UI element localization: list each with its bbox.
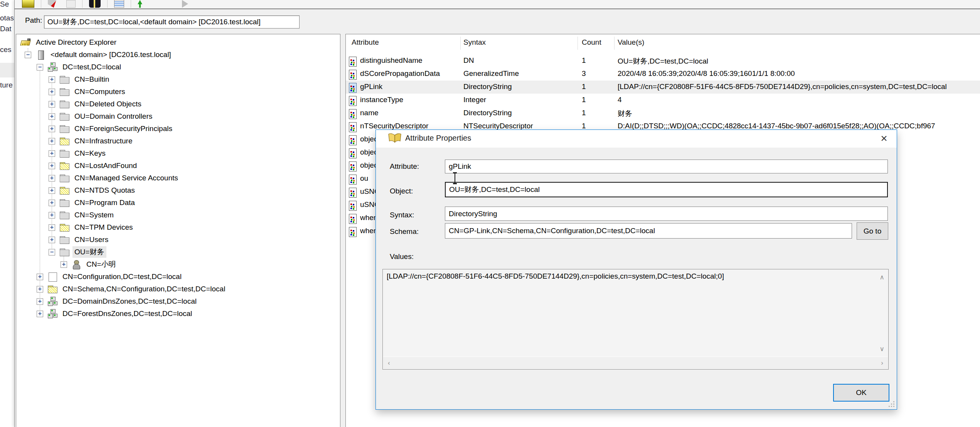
tree-item[interactable]: −<default domain> [DC2016.test.local]: [17, 49, 339, 61]
forward-icon[interactable]: [182, 0, 188, 8]
attribute-field[interactable]: gPLink: [445, 160, 888, 173]
column-header-values[interactable]: Value(s): [618, 38, 644, 47]
scroll-down-icon[interactable]: ∨: [880, 346, 884, 352]
tree-item[interactable]: +CN=Program Data: [17, 197, 339, 209]
binoculars-icon[interactable]: [89, 0, 101, 8]
horizontal-scrollbar[interactable]: ‹ ›: [383, 356, 888, 369]
tree-item[interactable]: +CN=TPM Devices: [17, 221, 339, 234]
column-separator[interactable]: [578, 37, 578, 50]
tree-item[interactable]: +CN=Computers: [17, 86, 339, 98]
expand-icon[interactable]: +: [49, 126, 55, 132]
tree-item[interactable]: +CN=Deleted Objects: [17, 98, 339, 110]
tree-item[interactable]: +DC=ForestDnsZones,DC=test,DC=local: [17, 308, 339, 320]
collapse-icon[interactable]: −: [37, 64, 43, 71]
page-icon[interactable]: [66, 0, 76, 8]
expand-icon[interactable]: +: [49, 212, 55, 219]
collapse-icon[interactable]: −: [49, 249, 55, 256]
collapse-icon[interactable]: −: [25, 52, 31, 58]
attribute-row[interactable]: gPLinkDirectoryString1[LDAP://cn={CF2080…: [346, 81, 980, 94]
tree-item[interactable]: +CN=Infrastructure: [17, 135, 339, 147]
values-box[interactable]: [LDAP://cn={CF20808F-51F6-44C5-8FD5-750D…: [382, 269, 889, 370]
column-header-syntax[interactable]: Syntax: [463, 38, 486, 47]
scroll-up-icon[interactable]: ∧: [880, 274, 884, 281]
path-bar: Path: OU=财务,DC=test,DC=local,<default do…: [15, 9, 980, 34]
scroll-right-icon[interactable]: ›: [881, 360, 883, 366]
syntax-field[interactable]: DirectoryString: [445, 207, 888, 221]
cell-values: [LDAP://cn={CF20808F-51F6-44C5-8FD5-750D…: [618, 82, 980, 91]
ok-button[interactable]: OK: [833, 384, 889, 402]
resize-grip-icon[interactable]: [889, 401, 895, 407]
tree-item-label: DC=DomainDnsZones,DC=test,DC=local: [61, 296, 199, 306]
expand-icon[interactable]: +: [37, 274, 43, 280]
tree-item[interactable]: +CN=小明: [17, 258, 339, 271]
toolbar-separator: [41, 0, 41, 8]
tree-item-label: OU=财务: [72, 246, 106, 258]
path-input[interactable]: OU=财务,DC=test,DC=local,<default domain> …: [44, 15, 300, 29]
tree-item[interactable]: +CN=LostAndFound: [17, 160, 339, 172]
expand-icon[interactable]: +: [49, 237, 55, 243]
text-cursor-icon: [452, 172, 458, 184]
tree-item[interactable]: +CN=Builtin: [17, 73, 339, 86]
close-icon[interactable]: ×: [878, 131, 890, 146]
expand-icon[interactable]: +: [49, 224, 55, 231]
object-field[interactable]: OU=财务,DC=test,DC=local: [445, 182, 888, 197]
expand-icon[interactable]: +: [37, 286, 43, 293]
attribute-row[interactable]: instanceTypeInteger14: [346, 94, 980, 107]
tree-item[interactable]: +DC=DomainDnsZones,DC=test,DC=local: [17, 295, 339, 308]
column-separator[interactable]: [614, 37, 615, 50]
column-header-count[interactable]: Count: [582, 38, 601, 47]
tree-item[interactable]: +CN=Configuration,DC=test,DC=local: [17, 271, 339, 283]
tree-item[interactable]: −DC=test,DC=local: [17, 61, 339, 73]
tree-item[interactable]: +CN=Users: [17, 234, 339, 246]
expand-icon[interactable]: +: [49, 101, 55, 108]
attribute-page-icon: [348, 109, 357, 119]
expand-icon[interactable]: +: [61, 261, 67, 268]
expand-icon[interactable]: +: [49, 113, 55, 120]
attribute-row[interactable]: nameDirectoryString1财务: [346, 107, 980, 120]
attribute-page-icon: [348, 69, 357, 79]
go-to-button[interactable]: Go to: [857, 222, 888, 240]
tree-item-label: DC=test,DC=local: [61, 62, 123, 72]
toolbar-separator: [82, 0, 83, 8]
tree-item[interactable]: +CN=Managed Service Accounts: [17, 172, 339, 184]
attribute-page-icon: [348, 214, 357, 224]
scroll-left-icon[interactable]: ‹: [388, 360, 390, 366]
tree-item-label: CN=Users: [72, 235, 110, 245]
attribute-row[interactable]: distinguishedNameDN1OU=财务,DC=test,DC=loc…: [346, 54, 980, 67]
tree-item[interactable]: +OU=Domain Controllers: [17, 110, 339, 123]
expand-icon[interactable]: +: [49, 187, 55, 194]
schema-field-label: Schema:: [390, 227, 419, 236]
tree-item[interactable]: −OU=财务: [17, 246, 339, 258]
expand-icon[interactable]: +: [49, 89, 55, 95]
back-icon[interactable]: [138, 0, 142, 8]
tree-item[interactable]: +CN=Keys: [17, 147, 339, 160]
open-folder-icon[interactable]: [22, 0, 34, 8]
background-text-fragment: ture: [0, 81, 13, 89]
expand-icon[interactable]: +: [37, 298, 43, 305]
expand-icon[interactable]: +: [37, 311, 43, 317]
column-separator[interactable]: [460, 37, 461, 50]
folder-gray-icon: [59, 235, 69, 244]
column-header-attribute[interactable]: Attribute: [352, 38, 379, 47]
cell-values: D:AI(D;;DTSD;;;WD)(OA;;CCDC;4828cc14-143…: [618, 122, 980, 130]
tree-item[interactable]: +CN=System: [17, 209, 339, 221]
tree-item[interactable]: +CN=NTDS Quotas: [17, 184, 339, 197]
schema-field[interactable]: CN=GP-Link,CN=Schema,CN=Configuration,DC…: [445, 223, 852, 239]
tree-item-label: CN=Builtin: [72, 74, 111, 84]
pin-icon[interactable]: [48, 0, 56, 8]
list-icon[interactable]: [114, 0, 124, 8]
tree-item-label: CN=Deleted Objects: [72, 99, 143, 109]
tree-item[interactable]: Active Directory Explorer: [17, 36, 339, 49]
cell-attribute: dSCorePropagationData: [360, 69, 461, 78]
expand-icon[interactable]: +: [49, 138, 55, 145]
tree-item[interactable]: +CN=Schema,CN=Configuration,DC=test,DC=l…: [17, 283, 339, 295]
background-text-fragment: Dat: [0, 25, 12, 33]
expand-icon[interactable]: +: [49, 175, 55, 182]
attribute-row[interactable]: dSCorePropagationDataGeneralizedTime3202…: [346, 67, 980, 81]
tree-item[interactable]: +CN=ForeignSecurityPrincipals: [17, 123, 339, 135]
expand-icon[interactable]: +: [49, 200, 55, 206]
expand-icon[interactable]: +: [49, 150, 55, 157]
expand-icon[interactable]: +: [49, 163, 55, 169]
cell-attribute: instanceType: [360, 96, 461, 104]
expand-icon[interactable]: +: [49, 76, 55, 83]
